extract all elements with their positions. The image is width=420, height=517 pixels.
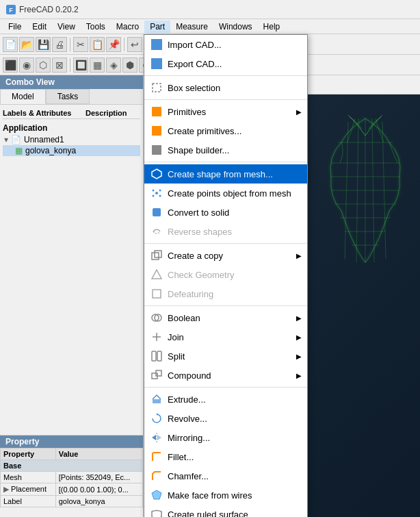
undo-icon: ↩: [131, 40, 139, 49]
menu-create-copy[interactable]: Create a copy ▶: [144, 246, 307, 265]
tree-item-golova[interactable]: ▦ golova_konya: [3, 145, 140, 156]
part-dropdown-menu: Import CAD... Export CAD... Box selectio…: [144, 34, 308, 517]
make-face-icon: [150, 488, 163, 502]
props-placement-value: [(0.00 0.00 1.00); 0...: [55, 483, 142, 496]
props-header: Property: [0, 436, 143, 448]
combo-view-header: Combo View: [0, 75, 143, 89]
svg-point-17: [155, 192, 158, 194]
menu-help[interactable]: Help: [258, 21, 286, 33]
menu-fillet[interactable]: Fillet...: [144, 447, 307, 466]
mirroring-label: Mirroring...: [168, 433, 302, 443]
part-btn-5[interactable]: 🔲: [73, 58, 88, 73]
part-btn-1[interactable]: ⬛: [3, 58, 18, 73]
menu-split[interactable]: Split ▶: [144, 346, 307, 366]
open-button[interactable]: 📂: [19, 37, 34, 52]
menu-tools[interactable]: Tools: [81, 21, 111, 33]
revolve-icon: [150, 412, 163, 425]
part-btn-6[interactable]: ▦: [90, 58, 105, 73]
revolve-label: Revolve...: [168, 414, 302, 424]
tab-model[interactable]: Model: [0, 89, 46, 104]
menu-part[interactable]: Part: [144, 21, 170, 33]
tree-col-desc: Description: [86, 109, 140, 117]
props-mesh-label: Mesh: [1, 472, 56, 483]
3d-mesh-shape: [321, 115, 410, 266]
ruled-surface-label: Create ruled surface: [168, 509, 302, 518]
print-icon: 🖨: [55, 40, 64, 49]
chamfer-label: Chamfer...: [168, 471, 302, 481]
split-label: Split: [168, 351, 293, 362]
copy-icon: 📋: [92, 40, 103, 49]
part-btn-2[interactable]: ◉: [19, 58, 34, 73]
create-copy-label: Create a copy: [168, 251, 293, 261]
extrude-label: Extrude...: [168, 394, 302, 405]
mirroring-icon: [150, 431, 163, 444]
menu-primitives[interactable]: Primitives ▶: [144, 102, 307, 121]
menu-boolean[interactable]: Boolean ▶: [144, 308, 307, 327]
tree-item-unnamed1[interactable]: ▾ 📄 Unnamed1: [3, 134, 140, 145]
part-icon-4: ⊠: [55, 60, 64, 70]
menu-defeaturing: Defeaturing: [144, 284, 307, 303]
split-arrow: ▶: [296, 353, 302, 360]
menu-windows[interactable]: Windows: [213, 21, 258, 33]
print-button[interactable]: 🖨: [52, 37, 67, 52]
compound-arrow: ▶: [296, 372, 302, 379]
menu-compound[interactable]: Compound ▶: [144, 366, 307, 385]
menu-macro[interactable]: Macro: [111, 21, 144, 33]
menu-chamfer[interactable]: Chamfer...: [144, 466, 307, 486]
menu-revolve[interactable]: Revolve...: [144, 409, 307, 428]
menu-check-geometry: Check Geometry: [144, 265, 307, 284]
extrude-icon: [150, 392, 163, 406]
menu-extrude[interactable]: Extrude...: [144, 390, 307, 409]
part-icon-1: ⬛: [5, 60, 16, 70]
menu-ruled-surface[interactable]: Create ruled surface: [144, 505, 307, 517]
primitives-arrow: ▶: [296, 108, 302, 116]
svg-rect-22: [153, 208, 161, 216]
menu-box-selection[interactable]: Box selection: [144, 78, 307, 97]
defeaturing-icon: [150, 287, 163, 301]
tab-tasks[interactable]: Tasks: [46, 89, 90, 104]
toolbar2-sep-1: [70, 58, 70, 72]
menu-convert-solid[interactable]: Convert to solid: [144, 203, 307, 222]
menu-import-cad[interactable]: Import CAD...: [144, 35, 307, 54]
menu-shape-builder[interactable]: Shape builder...: [144, 140, 307, 160]
props-row-mesh: Mesh [Points: 352049, Ec...: [1, 472, 143, 483]
menu-edit[interactable]: Edit: [27, 21, 52, 33]
menu-bar: File Edit View Tools Macro Part Measure …: [0, 19, 420, 34]
menu-create-primitives[interactable]: Create primitives...: [144, 121, 307, 140]
left-panel: Combo View Model Tasks Labels & Attribut…: [0, 75, 144, 517]
svg-point-19: [159, 190, 161, 192]
fillet-icon: [150, 450, 163, 464]
part-btn-3[interactable]: ⬡: [36, 58, 51, 73]
menu-create-shape-mesh[interactable]: Create shape from mesh...: [144, 164, 307, 184]
svg-marker-16: [152, 169, 161, 179]
svg-marker-34: [157, 413, 158, 416]
menu-view[interactable]: View: [52, 21, 81, 33]
menu-file[interactable]: File: [3, 21, 27, 33]
box-selection-label: Box selection: [168, 83, 302, 93]
menu-create-points[interactable]: Create points object from mesh: [144, 184, 307, 203]
create-primitives-icon: [150, 124, 163, 138]
tree-header: Labels & Attributes Description: [3, 108, 140, 119]
part-icon-2: ◉: [23, 60, 31, 70]
menu-mirroring[interactable]: Mirroring...: [144, 428, 307, 447]
menu-export-cad[interactable]: Export CAD...: [144, 54, 307, 73]
tree-item-label: Unnamed1: [24, 135, 64, 144]
create-points-label: Create points object from mesh: [168, 188, 302, 199]
boolean-icon: [150, 311, 163, 325]
cut-button[interactable]: ✂: [73, 37, 88, 52]
import-cad-icon: [150, 38, 163, 51]
copy-button[interactable]: 📋: [90, 37, 105, 52]
save-button[interactable]: 💾: [36, 37, 51, 52]
part-btn-8[interactable]: ⬢: [122, 58, 137, 73]
menu-join[interactable]: Join ▶: [144, 327, 307, 346]
menu-measure[interactable]: Measure: [170, 21, 213, 33]
paste-button[interactable]: 📌: [106, 37, 121, 52]
join-arrow: ▶: [296, 333, 302, 341]
part-btn-7[interactable]: ◈: [106, 58, 121, 73]
new-file-button[interactable]: 📄: [3, 37, 18, 52]
props-panel: Property Property Value Base Mesh [Point…: [0, 435, 143, 517]
part-btn-4[interactable]: ⊠: [52, 58, 67, 73]
undo-button[interactable]: ↩: [127, 37, 142, 52]
menu-make-face[interactable]: Make face from wires: [144, 486, 307, 505]
part-icon-6: ▦: [93, 60, 102, 70]
